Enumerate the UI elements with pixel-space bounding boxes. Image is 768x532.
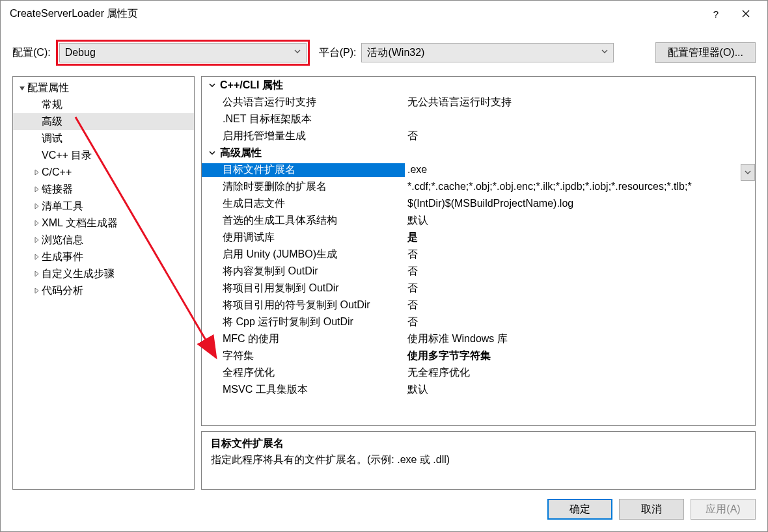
property-row[interactable]: 字符集使用多字节字符集 xyxy=(202,347,755,364)
platform-dropdown[interactable]: 活动(Win32) xyxy=(361,43,614,62)
config-dropdown[interactable]: Debug xyxy=(59,43,307,62)
tree-item[interactable]: 高级 xyxy=(13,113,194,130)
property-row[interactable]: MFC 的使用使用标准 Windows 库 xyxy=(202,330,755,347)
expander-closed-icon xyxy=(31,254,42,260)
property-value: $(IntDir)$(MSBuildProjectName).log xyxy=(405,198,755,209)
property-value: *.cdf;*.cache;*.obj;*.obj.enc;*.ilk;*.ip… xyxy=(405,181,755,193)
platform-label: 平台(P): xyxy=(319,46,357,60)
platform-value: 活动(Win32) xyxy=(367,46,601,60)
chevron-down-icon xyxy=(294,49,301,56)
category-name: C++/CLI 属性 xyxy=(220,79,283,92)
tree-item[interactable]: 生成事件 xyxy=(13,248,194,265)
property-name: 字符集 xyxy=(202,349,405,363)
tree-item[interactable]: XML 文档生成器 xyxy=(13,215,194,232)
config-highlight: Debug xyxy=(56,40,310,66)
tree-item-label: C/C++ xyxy=(42,166,72,178)
property-name: 启用托管增量生成 xyxy=(202,129,405,143)
property-dropdown-button[interactable] xyxy=(741,164,755,181)
tree-item[interactable]: 常规 xyxy=(13,96,194,113)
description-title: 目标文件扩展名 xyxy=(211,437,746,451)
expander-closed-icon xyxy=(31,169,42,176)
property-value: 否 xyxy=(405,265,755,278)
expander-open-icon xyxy=(17,85,27,91)
property-name: 使用调试库 xyxy=(202,231,405,245)
config-value: Debug xyxy=(65,47,294,59)
tree-item-label: 代码分析 xyxy=(42,284,83,298)
property-panel: C++/CLI 属性公共语言运行时支持无公共语言运行时支持.NET 目标框架版本… xyxy=(201,76,756,426)
property-name: 将项目引用的符号复制到 OutDir xyxy=(202,299,405,312)
property-value: 无全程序优化 xyxy=(405,366,755,380)
property-row[interactable]: MSVC 工具集版本默认 xyxy=(202,381,755,398)
config-row: 配置(C): Debug 平台(P): 活动(Win32) 配置管理器(O)..… xyxy=(1,27,767,76)
property-row[interactable]: 启用 Unity (JUMBO)生成否 xyxy=(202,246,755,263)
tree-item-label: 浏览信息 xyxy=(42,233,83,247)
close-icon xyxy=(742,10,750,18)
property-row[interactable]: 公共语言运行时支持无公共语言运行时支持 xyxy=(202,94,755,111)
property-name: 生成日志文件 xyxy=(202,197,405,211)
property-row[interactable]: 首选的生成工具体系结构默认 xyxy=(202,212,755,229)
expander-closed-icon xyxy=(31,220,42,226)
description-panel: 目标文件扩展名 指定此程序将具有的文件扩展名。(示例: .exe 或 .dll) xyxy=(201,431,756,490)
expander-closed-icon xyxy=(31,203,42,209)
chevron-down-icon xyxy=(745,170,751,174)
property-row[interactable]: 启用托管增量生成否 xyxy=(202,127,755,144)
property-value: 默认 xyxy=(405,214,755,228)
tree-item-label: 常规 xyxy=(42,98,62,112)
tree-root[interactable]: 配置属性 xyxy=(13,79,194,96)
property-row[interactable]: 将内容复制到 OutDir否 xyxy=(202,263,755,280)
property-name: MFC 的使用 xyxy=(202,332,405,346)
property-row[interactable]: 清除时要删除的扩展名*.cdf;*.cache;*.obj;*.obj.enc;… xyxy=(202,178,755,195)
help-button[interactable]: ? xyxy=(701,4,731,23)
category-header[interactable]: C++/CLI 属性 xyxy=(202,77,755,94)
tree-root-label: 配置属性 xyxy=(27,81,69,95)
tree-item[interactable]: 清单工具 xyxy=(13,198,194,215)
tree-item[interactable]: C/C++ xyxy=(13,164,194,181)
property-row[interactable]: .NET 目标框架版本 xyxy=(202,111,755,127)
property-name: 将内容复制到 OutDir xyxy=(202,265,405,278)
tree-item-label: 自定义生成步骤 xyxy=(42,267,115,281)
description-text: 指定此程序将具有的文件扩展名。(示例: .exe 或 .dll) xyxy=(211,453,746,467)
property-name: MSVC 工具集版本 xyxy=(202,383,405,397)
tree-item-label: VC++ 目录 xyxy=(42,149,92,163)
tree-item[interactable]: 浏览信息 xyxy=(13,232,194,248)
property-name: 将 Cpp 运行时复制到 OutDir xyxy=(202,315,405,329)
tree-item[interactable]: 自定义生成步骤 xyxy=(13,265,194,282)
tree-item-label: 高级 xyxy=(42,115,62,129)
property-value: 否 xyxy=(405,282,755,295)
chevron-down-icon xyxy=(204,83,220,88)
tree-item[interactable]: 调试 xyxy=(13,130,194,147)
close-button[interactable] xyxy=(731,4,761,23)
chevron-down-icon xyxy=(204,150,220,155)
property-value: 否 xyxy=(405,299,755,312)
property-name: 首选的生成工具体系结构 xyxy=(202,214,405,228)
apply-button[interactable]: 应用(A) xyxy=(691,499,756,520)
category-name: 高级属性 xyxy=(220,146,262,160)
property-row[interactable]: 生成日志文件$(IntDir)$(MSBuildProjectName).log xyxy=(202,195,755,212)
window-title: CreateServerLoader 属性页 xyxy=(10,7,701,21)
property-row[interactable]: 将 Cpp 运行时复制到 OutDir否 xyxy=(202,313,755,330)
tree-item-label: 调试 xyxy=(42,132,62,146)
tree-item-label: 清单工具 xyxy=(42,200,83,213)
tree-item[interactable]: 代码分析 xyxy=(13,282,194,299)
tree-panel: 配置属性 常规高级调试VC++ 目录C/C++链接器清单工具XML 文档生成器浏… xyxy=(12,76,195,490)
titlebar: CreateServerLoader 属性页 ? xyxy=(1,1,767,27)
property-row[interactable]: 将项目引用复制到 OutDir否 xyxy=(202,280,755,297)
property-row[interactable]: 目标文件扩展名.exe xyxy=(202,161,755,178)
tree-item-label: 链接器 xyxy=(42,183,73,196)
category-header[interactable]: 高级属性 xyxy=(202,144,755,161)
property-name: 目标文件扩展名 xyxy=(202,163,405,177)
property-name: 启用 Unity (JUMBO)生成 xyxy=(202,248,405,261)
property-row[interactable]: 使用调试库是 xyxy=(202,229,755,246)
property-row[interactable]: 全程序优化无全程序优化 xyxy=(202,364,755,381)
ok-button[interactable]: 确定 xyxy=(547,499,612,520)
config-manager-button[interactable]: 配置管理器(O)... xyxy=(655,42,756,63)
property-value: .exe xyxy=(405,164,755,176)
property-value: 是 xyxy=(405,231,755,245)
property-value: 默认 xyxy=(405,383,755,397)
cancel-button[interactable]: 取消 xyxy=(619,499,684,520)
tree-item[interactable]: 链接器 xyxy=(13,181,194,198)
button-row: 确定 取消 应用(A) xyxy=(1,490,767,531)
property-row[interactable]: 将项目引用的符号复制到 OutDir否 xyxy=(202,297,755,313)
tree-item[interactable]: VC++ 目录 xyxy=(13,147,194,164)
expander-closed-icon xyxy=(31,287,42,294)
